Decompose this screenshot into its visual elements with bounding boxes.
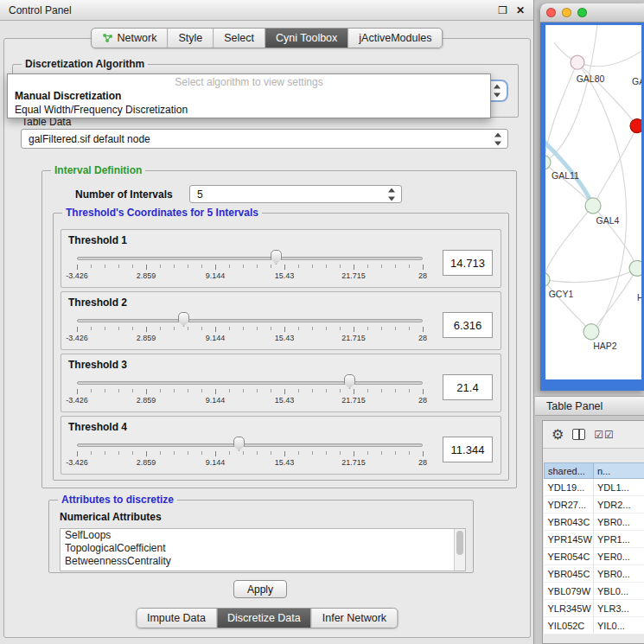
- maximize-icon[interactable]: ❒: [498, 5, 507, 16]
- tab-network[interactable]: Network: [92, 29, 169, 48]
- table-cell[interactable]: YPR1...: [594, 531, 644, 548]
- table-row[interactable]: YDL19...YDL1...: [545, 479, 644, 496]
- table-cell[interactable]: YIL052C: [545, 617, 594, 634]
- slider-track[interactable]: [77, 443, 423, 447]
- apply-button[interactable]: Apply: [233, 580, 287, 598]
- table-row[interactable]: YER054CYER0...: [545, 548, 644, 565]
- table-cell[interactable]: YPR145W: [545, 531, 594, 548]
- slider-thumb-icon[interactable]: [344, 374, 355, 389]
- algorithm-option-equal-width[interactable]: Equal Width/Frequency Discretization: [13, 103, 485, 117]
- tab-style[interactable]: Style: [168, 29, 214, 48]
- slider-scale-label: 2.859: [137, 458, 156, 467]
- table-row[interactable]: YBR043CYBR0...: [545, 513, 644, 531]
- tab-infer-network[interactable]: Infer Network: [312, 609, 397, 628]
- threshold-4-value-field[interactable]: 11.344: [443, 437, 493, 462]
- numerical-attributes-list[interactable]: SelfLoopsTopologicalCoefficientBetweenne…: [60, 528, 466, 571]
- node-label: GAL11: [552, 170, 579, 181]
- threshold-2-label: Threshold 2: [68, 296, 127, 309]
- select-columns-icon[interactable]: ☑ ☑: [594, 430, 614, 440]
- table-cell[interactable]: YBR0...: [594, 513, 644, 531]
- bottom-tab-strip: Impute Data Discretize Data Infer Networ…: [136, 608, 398, 628]
- close-traffic-light-icon[interactable]: [546, 8, 556, 17]
- node-label: GAL4: [596, 215, 620, 226]
- slider-scale-label: 2.859: [137, 271, 156, 280]
- slider-ticks: [77, 327, 423, 332]
- table-row[interactable]: YBL079WYBL0...: [545, 583, 644, 600]
- slider-scale-label: 28: [418, 458, 427, 467]
- network-window-titlebar[interactable]: [540, 3, 644, 22]
- tab-cyni-toolbox[interactable]: Cyni Toolbox: [265, 29, 348, 48]
- threshold-2-slider[interactable]: -3.4262.8599.14415.4321.71528: [77, 311, 423, 348]
- slider-track[interactable]: [77, 381, 423, 385]
- table-cell[interactable]: YBR045C: [545, 565, 594, 583]
- algorithm-placeholder-option[interactable]: Select algorithm to view settings: [13, 76, 485, 89]
- table-row[interactable]: YLR345WYLR3...: [545, 600, 644, 617]
- tab-impute-data[interactable]: Impute Data: [137, 609, 217, 628]
- threshold-4-panel: Threshold 4 -3.4262.8599.14415.4321.7152…: [61, 416, 501, 475]
- minimize-traffic-light-icon[interactable]: [562, 8, 571, 17]
- table-cell[interactable]: YDR2...: [594, 496, 644, 513]
- threshold-1-slider[interactable]: -3.4262.8599.14415.4321.71528: [77, 249, 423, 285]
- table-row[interactable]: YDR27...YDR2...: [545, 496, 644, 513]
- table-cell[interactable]: YBL0...: [594, 583, 644, 600]
- attribute-list-item[interactable]: TopologicalCoefficient: [61, 542, 465, 555]
- threshold-2-value-field[interactable]: 6.316: [443, 312, 493, 338]
- number-of-intervals-label: Number of Intervals: [75, 188, 173, 201]
- threshold-3-panel: Threshold 3 -3.4262.8599.14415.4321.7152…: [61, 354, 501, 412]
- node-right-clipped[interactable]: [629, 260, 641, 276]
- algorithm-option-manual[interactable]: Manual Discretization: [13, 89, 485, 103]
- table-cell[interactable]: YDL19...: [545, 479, 594, 496]
- slider-scale-label: -3.426: [66, 458, 88, 467]
- table-cell[interactable]: YIL0...: [594, 617, 644, 634]
- table-cell[interactable]: YDL1...: [594, 479, 644, 496]
- columns-icon[interactable]: [572, 429, 585, 440]
- table-cell[interactable]: YBR043C: [545, 513, 594, 531]
- table-row[interactable]: YBR045CYBR0...: [545, 565, 644, 583]
- node-highlighted[interactable]: [630, 119, 641, 133]
- threshold-3-slider[interactable]: -3.4262.8599.14415.4321.71528: [77, 373, 423, 410]
- scrollbar-thumb[interactable]: [456, 531, 463, 555]
- control-panel-titlebar: Control Panel ❒ ✕: [0, 0, 533, 21]
- table-row[interactable]: YIL052CYIL0...: [545, 617, 644, 634]
- zoom-traffic-light-icon[interactable]: [577, 8, 587, 17]
- slider-scale-label: 21.715: [341, 334, 366, 342]
- slider-track[interactable]: [77, 319, 423, 322]
- table-cell[interactable]: YBL079W: [545, 583, 594, 600]
- table-data-combobox[interactable]: galFiltered.sif default node: [21, 129, 508, 149]
- threshold-1-value-field[interactable]: 14.713: [443, 250, 493, 276]
- tab-discretize-data[interactable]: Discretize Data: [217, 609, 312, 628]
- node-gcy1[interactable]: [545, 272, 550, 286]
- close-icon[interactable]: ✕: [516, 5, 525, 16]
- slider-track[interactable]: [77, 257, 423, 260]
- number-of-intervals-combobox[interactable]: 5: [189, 185, 402, 203]
- slider-thumb-icon[interactable]: [178, 312, 189, 327]
- table-cell[interactable]: YER0...: [594, 548, 644, 565]
- column-header-shared-name[interactable]: shared...: [545, 463, 594, 479]
- column-header-name[interactable]: n...: [594, 463, 644, 479]
- table-cell[interactable]: YBR0...: [594, 565, 644, 583]
- node-gal80[interactable]: [571, 55, 584, 69]
- node-gal4[interactable]: [585, 198, 601, 214]
- threshold-4-slider[interactable]: -3.4262.8599.14415.4321.71528: [77, 436, 423, 472]
- table-row[interactable]: YPR145WYPR1...: [545, 531, 644, 548]
- slider-scale-label: 21.715: [341, 396, 366, 405]
- table-cell[interactable]: YDR27...: [545, 496, 594, 513]
- tab-select[interactable]: Select: [214, 29, 265, 48]
- network-canvas[interactable]: GAL80 GA GAL11 GAL4 GCY1 H HAP2: [545, 25, 641, 379]
- gear-icon[interactable]: ⚙: [552, 428, 564, 442]
- slider-thumb-icon[interactable]: [271, 250, 282, 265]
- slider-thumb-icon[interactable]: [233, 437, 245, 451]
- attribute-list-item[interactable]: BetweennessCentrality: [61, 555, 465, 568]
- scrollbar[interactable]: [454, 529, 465, 571]
- attribute-list-item[interactable]: SelfLoops: [61, 529, 465, 542]
- table-cell[interactable]: YLR3...: [594, 600, 644, 617]
- interval-definition-group: Interval Definition Number of Intervals …: [41, 170, 517, 488]
- tab-jactivemodules[interactable]: jActiveModules: [348, 29, 442, 48]
- table-panel-header[interactable]: Table Panel: [535, 396, 644, 416]
- node-label: GCY1: [549, 289, 574, 299]
- table-cell[interactable]: YER054C: [545, 548, 594, 565]
- slider-scale-label: 15.43: [275, 458, 295, 467]
- node-hap2[interactable]: [583, 324, 599, 340]
- table-cell[interactable]: YLR345W: [545, 600, 594, 617]
- threshold-3-value-field[interactable]: 21.4: [443, 374, 493, 400]
